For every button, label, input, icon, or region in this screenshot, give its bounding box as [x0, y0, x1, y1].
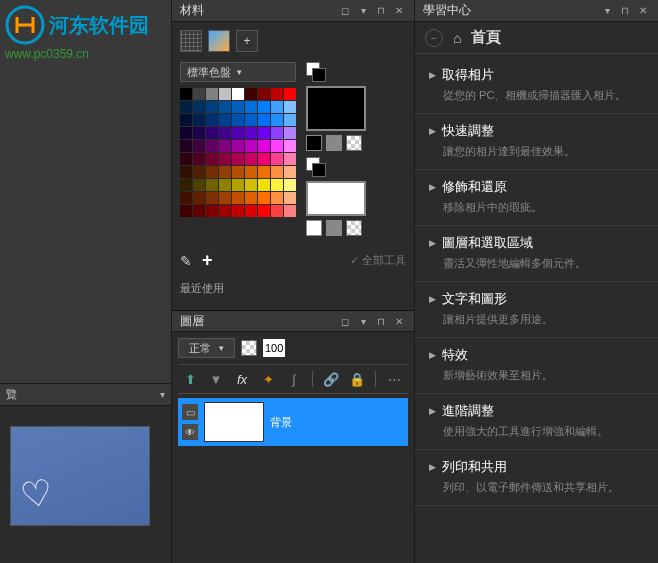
swatches-view-button[interactable] [180, 30, 202, 52]
blend-mode-dropdown[interactable]: 正常 ▾ [178, 338, 235, 358]
color-swatch[interactable] [206, 101, 218, 113]
color-swatch[interactable] [245, 153, 257, 165]
color-swatch[interactable] [180, 166, 192, 178]
swatch-transparent[interactable] [346, 220, 362, 236]
color-swatch[interactable] [258, 166, 270, 178]
canvas-area[interactable] [0, 60, 171, 383]
opacity-input[interactable]: 100 [263, 339, 285, 357]
color-swatch[interactable] [193, 166, 205, 178]
layer-item[interactable]: ▭ 👁 背景 [178, 398, 408, 446]
color-swatch[interactable] [271, 140, 283, 152]
color-swatch[interactable] [232, 127, 244, 139]
color-swatch[interactable] [219, 101, 231, 113]
color-swatch[interactable] [219, 114, 231, 126]
color-swatch[interactable] [271, 205, 283, 217]
swatch-white[interactable] [306, 220, 322, 236]
color-swatch[interactable] [219, 205, 231, 217]
color-swatch[interactable] [180, 205, 192, 217]
close-icon[interactable]: ✕ [392, 4, 406, 18]
layer-visibility-icon[interactable]: 👁 [182, 424, 198, 440]
all-tools-toggle[interactable]: ✓ 全部工具 [350, 253, 406, 268]
learning-item[interactable]: ▶快速調整讓您的相片達到最佳效果。 [415, 114, 658, 170]
swatch-black[interactable] [306, 135, 322, 151]
color-swatch[interactable] [271, 101, 283, 113]
color-swatch[interactable] [271, 179, 283, 191]
color-swatch[interactable] [180, 179, 192, 191]
color-swatch[interactable] [258, 114, 270, 126]
color-swatch[interactable] [271, 192, 283, 204]
add-icon[interactable]: + [202, 250, 213, 271]
color-swatch[interactable] [206, 114, 218, 126]
color-swatch[interactable] [206, 205, 218, 217]
color-swatch[interactable] [284, 88, 296, 100]
color-swatch[interactable] [232, 179, 244, 191]
color-swatch[interactable] [206, 166, 218, 178]
color-swatch[interactable] [284, 192, 296, 204]
color-swatch[interactable] [284, 153, 296, 165]
learning-item[interactable]: ▶特效新增藝術效果至相片。 [415, 338, 658, 394]
learning-item[interactable]: ▶進階調整使用強大的工具進行增強和編輯。 [415, 394, 658, 450]
color-swatch[interactable] [258, 101, 270, 113]
color-swatch[interactable] [258, 140, 270, 152]
fx-button[interactable]: fx [232, 369, 252, 389]
mask-button[interactable]: ▼ [206, 369, 226, 389]
bw-toggle-icon[interactable] [306, 62, 326, 82]
color-swatch[interactable] [284, 166, 296, 178]
color-swatch[interactable] [180, 192, 192, 204]
color-swatch[interactable] [180, 101, 192, 113]
color-swatch[interactable] [232, 88, 244, 100]
learning-item[interactable]: ▶取得相片從您的 PC、相機或掃描器匯入相片。 [415, 58, 658, 114]
color-swatch[interactable] [219, 127, 231, 139]
color-swatch[interactable] [193, 153, 205, 165]
color-swatch[interactable] [180, 140, 192, 152]
back-button[interactable]: ← [425, 29, 443, 47]
color-swatch[interactable] [219, 153, 231, 165]
more-button[interactable]: ⋯ [384, 369, 404, 389]
color-swatch[interactable] [284, 127, 296, 139]
color-swatch[interactable] [180, 127, 192, 139]
gradient-view-button[interactable] [208, 30, 230, 52]
color-swatch[interactable] [245, 127, 257, 139]
color-swatch[interactable] [245, 205, 257, 217]
color-swatch[interactable] [258, 88, 270, 100]
close-icon[interactable]: ✕ [636, 4, 650, 18]
menu-icon[interactable]: ▾ [600, 4, 614, 18]
pin-icon[interactable]: ⊓ [374, 4, 388, 18]
color-swatch[interactable] [193, 192, 205, 204]
color-swatch[interactable] [219, 88, 231, 100]
color-swatch[interactable] [193, 127, 205, 139]
palette-dropdown[interactable]: 標準色盤 ▾ [180, 62, 296, 82]
color-swatch[interactable] [245, 179, 257, 191]
window-mode-icon[interactable]: ◻ [338, 4, 352, 18]
color-swatch[interactable] [206, 153, 218, 165]
color-swatch[interactable] [219, 140, 231, 152]
color-swatch[interactable] [245, 140, 257, 152]
color-swatch[interactable] [193, 88, 205, 100]
foreground-color[interactable] [306, 86, 366, 131]
learning-item[interactable]: ▶圖層和選取區域靈活又彈性地編輯多個元件。 [415, 226, 658, 282]
lock-button[interactable]: 🔒 [347, 369, 367, 389]
eyedropper-icon[interactable]: ✎ [180, 253, 192, 269]
color-swatch[interactable] [206, 127, 218, 139]
color-swatch[interactable] [232, 140, 244, 152]
color-swatch[interactable] [232, 166, 244, 178]
home-label[interactable]: 首頁 [471, 28, 501, 47]
color-swatch[interactable] [193, 114, 205, 126]
color-swatch[interactable] [271, 166, 283, 178]
menu-icon[interactable]: ▾ [356, 314, 370, 328]
learning-item[interactable]: ▶列印和共用列印、以電子郵件傳送和共享相片。 [415, 450, 658, 506]
color-swatch[interactable] [180, 88, 192, 100]
color-swatch[interactable] [193, 179, 205, 191]
color-swatch[interactable] [245, 101, 257, 113]
color-swatch[interactable] [284, 114, 296, 126]
layer-select-icon[interactable]: ▭ [182, 404, 198, 420]
color-swatch[interactable] [245, 114, 257, 126]
pin-icon[interactable]: ⊓ [374, 314, 388, 328]
new-layer-button[interactable]: ⬆ [180, 369, 200, 389]
learning-item[interactable]: ▶文字和圖形讓相片提供更多用途。 [415, 282, 658, 338]
color-swatch[interactable] [219, 179, 231, 191]
color-swatch[interactable] [245, 192, 257, 204]
layer-thumbnail[interactable] [204, 402, 264, 442]
color-swatch[interactable] [258, 127, 270, 139]
add-swatch-button[interactable]: + [236, 30, 258, 52]
